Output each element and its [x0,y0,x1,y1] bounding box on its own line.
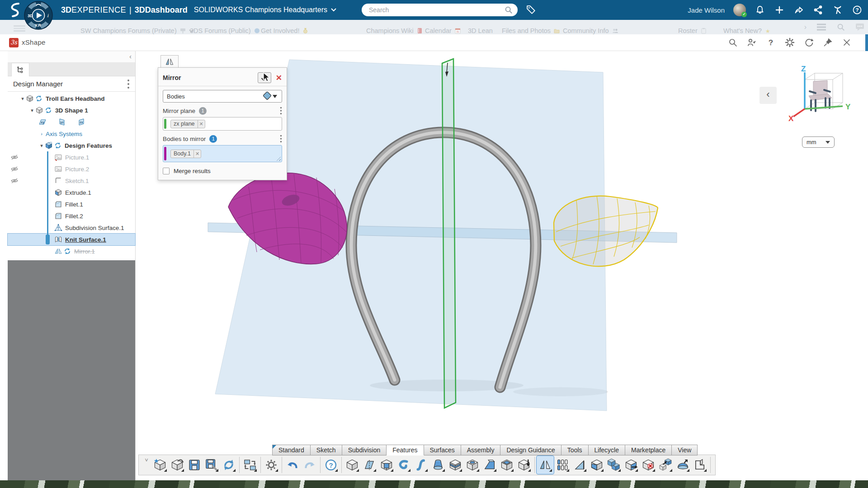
app-help-icon[interactable]: ? [766,38,776,49]
search-input[interactable] [369,6,504,14]
pattern-tool-icon[interactable] [554,456,571,474]
tree-tab[interactable] [11,63,29,76]
settings-gear-icon[interactable] [785,38,795,49]
help-circle-icon[interactable]: ? [852,5,863,15]
community-tab-5[interactable]: Calendar31 [425,27,461,34]
tree-item-axis-systems[interactable]: ›Axis Systems [8,128,135,140]
community-tab-1[interactable]: SW Champions Forums (Private) [80,27,194,34]
search-icon[interactable] [504,5,513,14]
chat-icon[interactable] [855,23,864,31]
close-app-icon[interactable] [842,38,852,49]
save-tool-icon[interactable] [186,456,203,474]
plus-icon[interactable] [774,5,785,15]
dassault-logo-icon[interactable] [5,1,23,19]
ribbon-tab-lifecycle[interactable]: Lifecycle [589,445,625,455]
expander-open-icon[interactable]: ▾ [29,108,35,113]
units-dropdown[interactable]: mm [802,136,835,148]
compass-play-icon[interactable]: 3D i V.R [24,0,53,30]
community-tab-2[interactable]: 3DS Forums (Public) [190,27,260,34]
ribbon-tab-subdivision[interactable]: Subdivision [342,445,387,455]
tree-item-mirror-1[interactable]: Mirror.1 [8,245,135,257]
community-tab-8[interactable]: Community Info [563,27,618,34]
copy-body-tool-icon[interactable] [657,456,674,474]
ribbon-tab-design-guidance[interactable]: Design Guidance [500,445,561,455]
tag-icon[interactable] [525,4,537,15]
tree-item-reference-planes[interactable]: xyyzzx [8,116,135,128]
rollback-handle[interactable] [46,235,50,244]
tree-item-design-features[interactable]: ▾Design Features [8,140,135,151]
settings-tool-icon[interactable] [263,456,280,474]
yz-plane-icon[interactable]: yz [58,118,66,126]
move-face-tool-icon[interactable] [623,456,640,474]
mirror-dialog-tab[interactable] [160,55,179,68]
community-tab-6[interactable]: 3D Lean [468,27,493,34]
extrude-tool-icon[interactable] [378,456,395,474]
dialog-cancel-button[interactable]: ✕ [276,74,282,82]
share-nodes-icon[interactable] [813,5,824,15]
tree-item-fillet-2[interactable]: Fillet.2 [8,210,135,222]
xy-plane-icon[interactable]: xy [38,118,47,126]
community-search-icon[interactable] [836,23,845,32]
expander-open-icon[interactable]: ▾ [19,96,26,102]
delete-face-tool-icon[interactable] [640,456,657,474]
dome-tool-icon[interactable] [674,456,691,474]
community-tab-10[interactable]: What's New?★ [723,27,771,34]
tree-item-picture-1[interactable]: Picture.1 [8,151,135,163]
ribbon-tab-sketch[interactable]: Sketch [311,445,342,455]
loft-tool-icon[interactable] [429,456,447,474]
app-search-icon[interactable] [728,38,738,49]
hidden-eye-icon[interactable] [10,177,19,186]
community-tab-7[interactable]: Files and Photos [502,27,560,34]
community-tab-3[interactable]: Get Involved! [261,27,308,34]
rollback-bar[interactable] [47,151,48,241]
brand-dashboard[interactable]: 3DDashboard [135,5,188,15]
workspace-chevron-icon[interactable] [331,8,336,12]
3ds-logo-icon[interactable] [832,5,843,15]
tree-item-sketch-1[interactable]: Sketch.1 [8,175,135,187]
zx-plane-chip[interactable]: zx plane✕ [170,120,205,128]
wedge-tool-icon[interactable] [481,456,498,474]
ribbon-tab-features[interactable]: Features [387,445,424,455]
merge-results-checkbox[interactable] [163,168,170,174]
save-as-tool-icon[interactable] [203,456,220,474]
community-tab-4[interactable]: Champions Wiki [366,27,423,34]
tree-item-3d-shape-1[interactable]: ▾3D Shape 1 [8,104,135,116]
sync-tool-icon[interactable] [220,456,237,474]
mirror-tool-icon[interactable] [537,456,554,474]
view-cube[interactable]: Z Y X [788,66,855,131]
toolbar-collapse-icon[interactable]: ˅ [142,456,151,474]
avatar[interactable]: ✓ [733,4,746,16]
ribbon-tab-tools[interactable]: Tools [561,445,589,455]
tree-item-extrude-1[interactable]: Extrude.1 [8,187,135,198]
sweep-tool-icon[interactable] [412,456,429,474]
combine-tool-icon[interactable] [605,456,623,474]
revolve-tool-icon[interactable] [395,456,412,474]
expander-closed-icon[interactable]: › [38,131,45,136]
mirror-type-select[interactable]: Bodies [163,90,282,103]
surface-wave-tool-icon[interactable] [588,456,605,474]
pin-icon[interactable] [823,38,833,49]
new-part-tool-icon[interactable] [151,456,169,474]
panel-collapse-icon[interactable]: ‹ [129,52,132,60]
ribbon-tab-assembly[interactable]: Assembly [461,445,501,455]
hole-tool-icon[interactable] [464,456,481,474]
tree-item-subdivision-surface-1[interactable]: Subdivision Surface.1 [8,222,135,234]
collapsed-panel-chevron[interactable]: ‹ [760,87,777,104]
global-search[interactable] [362,4,518,16]
transfer-tool-icon[interactable] [241,456,259,474]
refresh-icon[interactable] [804,38,814,49]
help-tool-icon[interactable]: ? [322,456,340,474]
body1-chip[interactable]: Body.1✕ [170,150,201,158]
tree-item-knit-surface-1[interactable]: Knit Surface.1 [8,234,135,245]
user-name[interactable]: Jade Wilson [688,6,725,14]
tabs-overflow-chevron-icon[interactable]: › [804,23,807,31]
ribbon-tab-surfaces[interactable]: Surfaces [424,445,461,455]
shell-tool-icon[interactable] [498,456,515,474]
expander-open-icon[interactable]: ▾ [38,143,45,149]
open-part-tool-icon[interactable] [169,456,186,474]
ribbon-tab-standard[interactable]: Standard [272,445,311,455]
redo-tool-icon[interactable] [301,456,318,474]
rib-tool-icon[interactable] [571,456,588,474]
forward-icon[interactable] [793,5,804,15]
split-tool-icon[interactable] [447,456,464,474]
